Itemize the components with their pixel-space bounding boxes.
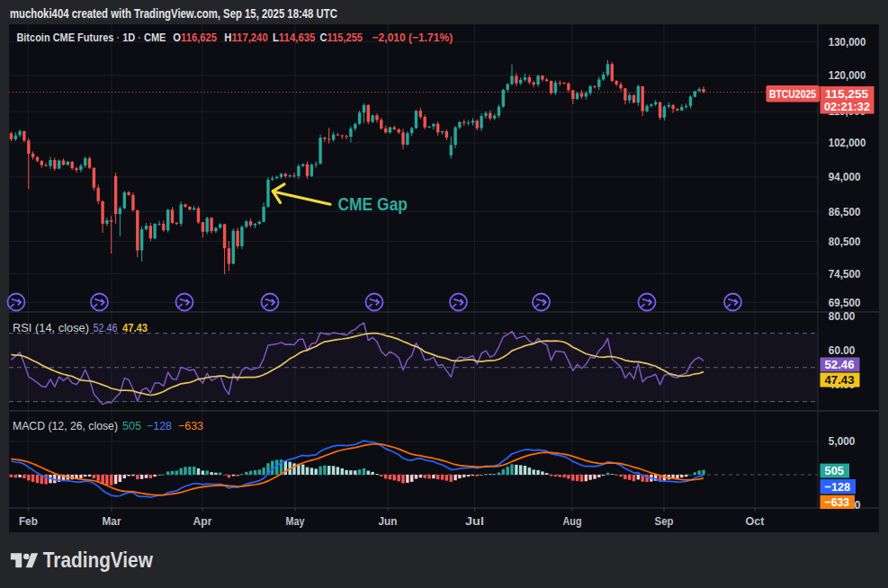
svg-text:−633: −633	[825, 495, 850, 509]
svg-text:47.43: 47.43	[122, 322, 148, 334]
svg-text:C115,255: C115,255	[320, 31, 363, 44]
svg-text:BTCU2025: BTCU2025	[769, 88, 816, 101]
svg-text:RSI (14, close): RSI (14, close)	[13, 322, 89, 334]
svg-text:5,000: 5,000	[829, 435, 856, 448]
svg-text:102,000: 102,000	[829, 137, 866, 149]
svg-text:−128: −128	[825, 480, 851, 494]
svg-text:Jul: Jul	[465, 515, 484, 528]
svg-text:52.46: 52.46	[825, 359, 855, 371]
svg-text:80.00: 80.00	[829, 310, 856, 323]
svg-text:Sep: Sep	[655, 515, 674, 528]
svg-text:TradingView: TradingView	[43, 548, 154, 572]
svg-text:muchoki404 created with Tradin: muchoki404 created with TradingView.com,…	[10, 6, 337, 21]
svg-text:−2,010 (−1.71%): −2,010 (−1.71%)	[372, 31, 453, 44]
svg-text:L114,635: L114,635	[273, 31, 316, 44]
svg-text:0: 0	[855, 499, 861, 512]
svg-text:Feb: Feb	[19, 515, 38, 528]
svg-text:80,500: 80,500	[829, 236, 861, 248]
svg-text:120,000: 120,000	[829, 69, 866, 82]
svg-text:69,500: 69,500	[829, 297, 861, 309]
svg-text:505: 505	[825, 464, 845, 477]
svg-text:115,255: 115,255	[825, 87, 868, 101]
svg-text:52.46: 52.46	[94, 322, 118, 334]
svg-text:−128: −128	[147, 420, 172, 432]
svg-text:Mar: Mar	[103, 515, 121, 528]
svg-text:74,500: 74,500	[829, 268, 861, 281]
svg-text:−633: −633	[178, 420, 203, 432]
svg-text:O116,625: O116,625	[173, 31, 217, 44]
svg-text:Jun: Jun	[379, 515, 398, 528]
svg-text:02:21:32: 02:21:32	[824, 101, 870, 113]
svg-text:May: May	[286, 515, 305, 528]
svg-text:CME Gap: CME Gap	[338, 193, 408, 214]
svg-text:MACD (12, 26, close): MACD (12, 26, close)	[13, 420, 118, 432]
svg-text:47.43: 47.43	[825, 374, 855, 387]
svg-text:Aug: Aug	[563, 515, 582, 528]
svg-text:130,000: 130,000	[829, 36, 866, 49]
svg-text:H117,240: H117,240	[224, 31, 267, 44]
svg-text:60.00: 60.00	[829, 344, 856, 357]
svg-text:Bitcoin CME Futures · 1D · CME: Bitcoin CME Futures · 1D · CME	[16, 31, 166, 44]
svg-text:Oct: Oct	[746, 515, 766, 528]
svg-text:94,000: 94,000	[829, 171, 861, 183]
svg-text:Apr: Apr	[193, 515, 212, 528]
svg-text:505: 505	[122, 420, 141, 432]
svg-text:86,500: 86,500	[829, 206, 861, 218]
